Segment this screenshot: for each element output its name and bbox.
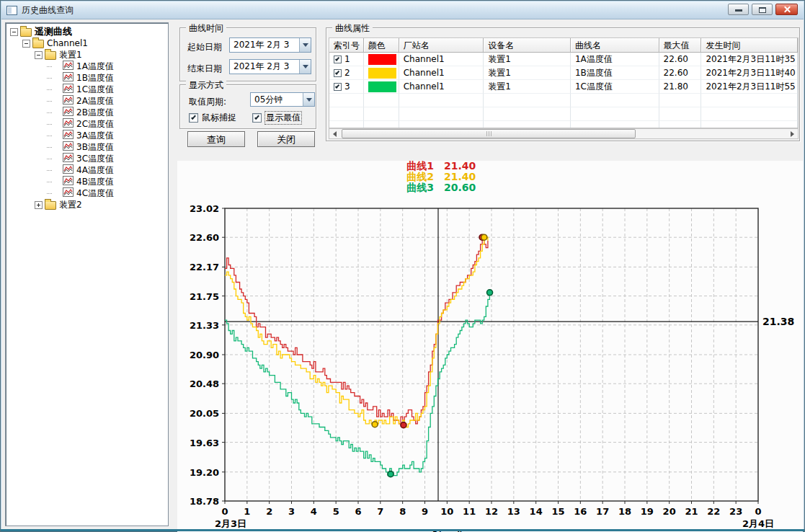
- column-header[interactable]: 发生时间: [701, 38, 798, 53]
- tree-connector: [47, 112, 52, 113]
- series-line-曲线1: [225, 237, 488, 424]
- tree-item-4B温度值[interactable]: 4B温度值: [6, 176, 168, 187]
- scrollbar-thumb[interactable]: [342, 129, 636, 138]
- time-cell: 2021年2月3日11时40: [701, 66, 798, 80]
- period-combo[interactable]: 05分钟: [250, 92, 315, 107]
- tree-item-label[interactable]: 装置2: [59, 199, 82, 211]
- tree-item-1B温度值[interactable]: 1B温度值: [6, 72, 168, 84]
- column-header[interactable]: 设备名: [484, 38, 571, 53]
- x-axis-tick-label: 0: [221, 506, 228, 517]
- table-horizontal-scrollbar[interactable]: [329, 128, 799, 139]
- tree-item-label[interactable]: Channel1: [47, 38, 88, 48]
- tree-item-label[interactable]: 1B温度值: [76, 72, 114, 84]
- curve-visible-checkbox[interactable]: [334, 83, 342, 91]
- dropdown-arrow-icon[interactable]: [299, 60, 311, 74]
- min-value-marker-曲线1: [401, 422, 406, 428]
- collapse-minus-icon[interactable]: [22, 40, 30, 48]
- tree-connector: [47, 193, 52, 194]
- tree-item-装置2[interactable]: 装置2: [6, 199, 168, 210]
- tree-item-label[interactable]: 4B温度值: [76, 176, 114, 188]
- curve-index-cell: 1: [329, 53, 364, 66]
- station-cell: Channel1: [399, 80, 484, 94]
- x-axis-tick-label: 1: [244, 506, 250, 517]
- tree-item-label[interactable]: 4C温度值: [76, 187, 114, 200]
- dropdown-arrow-icon[interactable]: [299, 38, 311, 52]
- tree-item-装置1[interactable]: 装置1: [6, 49, 168, 61]
- checkbox-box[interactable]: [252, 113, 262, 123]
- legend-name: 曲线1: [406, 161, 434, 172]
- x-axis-tick-label: 16: [574, 506, 587, 517]
- tree-item-3A温度值[interactable]: 3A温度值: [6, 130, 168, 141]
- station-cell: Channel1: [399, 53, 484, 66]
- tree-item-label[interactable]: 3C温度值: [76, 153, 114, 165]
- empty-cell: [659, 94, 702, 107]
- app-window: 历史曲线查询 遥测曲线Channel1装置11A温度值1B温度值1C温度值2A温…: [0, 0, 805, 532]
- tree-item-4A温度值[interactable]: 4A温度值: [6, 164, 168, 176]
- tree-item-3C温度值[interactable]: 3C温度值: [6, 153, 168, 164]
- collapse-minus-icon[interactable]: [10, 28, 18, 36]
- check-icon: [191, 115, 196, 120]
- query-button[interactable]: 查询: [187, 131, 245, 147]
- tree-item-4C温度值[interactable]: 4C温度值: [6, 187, 168, 199]
- curve-visible-checkbox[interactable]: [334, 69, 342, 77]
- tree-connector: [47, 66, 52, 67]
- table-empty-row: [329, 121, 798, 128]
- y-axis-tick-label: 19.63: [190, 438, 219, 448]
- tree-item-2B温度值[interactable]: 2B温度值: [6, 107, 168, 118]
- x-axis-tick-label: 10: [440, 506, 453, 517]
- end-date-combo[interactable]: 2021年 2月 3: [229, 59, 311, 74]
- empty-cell: [701, 121, 798, 128]
- tree-item-label[interactable]: 3B温度值: [76, 141, 114, 154]
- max-value-marker-曲线2: [481, 234, 487, 240]
- tree-item-label[interactable]: 1A温度值: [76, 61, 114, 73]
- tree-item-label[interactable]: 2C温度值: [76, 118, 114, 130]
- tree-item-label[interactable]: 3A温度值: [76, 130, 114, 142]
- tree-item-遥测曲线[interactable]: 遥测曲线: [6, 26, 168, 37]
- table-row[interactable]: 2Channel1装置11B温度值22.602021年2月3日11时40: [329, 66, 798, 80]
- dropdown-arrow-icon[interactable]: [303, 93, 314, 106]
- empty-cell: [571, 94, 659, 107]
- close-button[interactable]: [775, 4, 798, 15]
- column-header[interactable]: 索引号: [329, 38, 364, 53]
- show-extremes-checkbox[interactable]: 显示最值: [252, 112, 301, 124]
- tree-item-1C温度值[interactable]: 1C温度值: [6, 84, 168, 95]
- curve-icon: [63, 61, 74, 72]
- close-dialog-button[interactable]: 关闭: [257, 131, 315, 147]
- column-header[interactable]: 曲线名: [571, 38, 659, 53]
- tree-item-label[interactable]: 1C温度值: [76, 84, 114, 96]
- column-header[interactable]: 最大值: [659, 38, 702, 53]
- max-cell: 22.60: [659, 66, 702, 80]
- curve-visible-checkbox[interactable]: [334, 56, 342, 63]
- checkbox-box[interactable]: [189, 113, 198, 123]
- tree-item-label[interactable]: 装置1: [59, 49, 82, 61]
- curve-icon: [63, 107, 74, 118]
- tree-item-2A温度值[interactable]: 2A温度值: [6, 95, 168, 107]
- tree-item-Channel1[interactable]: Channel1: [6, 37, 168, 49]
- trend-chart-canvas[interactable]: 23.0222.6022.1721.7521.3320.9020.4820.05…: [177, 161, 803, 532]
- tree-connector: [47, 78, 52, 79]
- scroll-left-arrow-icon[interactable]: [329, 129, 340, 138]
- expand-plus-icon[interactable]: [35, 201, 43, 209]
- tree-item-label[interactable]: 4A温度值: [76, 164, 114, 177]
- table-row[interactable]: 1Channel1装置11A温度值22.602021年2月3日11时35: [329, 53, 798, 66]
- mouse-capture-checkbox[interactable]: 鼠标捕捉: [189, 112, 236, 124]
- series-line-曲线2: [225, 237, 488, 427]
- start-date-combo[interactable]: 2021年 2月 3: [229, 37, 311, 53]
- tree-item-label[interactable]: 遥测曲线: [35, 25, 72, 38]
- curve-time-group-title: 曲线时间: [186, 22, 226, 35]
- maximize-button[interactable]: [752, 4, 773, 15]
- tree-item-label[interactable]: 2B温度值: [76, 107, 114, 119]
- tree-item-1A温度值[interactable]: 1A温度值: [6, 61, 168, 72]
- column-header[interactable]: 颜色: [364, 38, 399, 53]
- tree-item-3B温度值[interactable]: 3B温度值: [6, 141, 168, 153]
- table-row[interactable]: 3Channel1装置11C温度值21.802021年2月3日11时55: [329, 80, 798, 94]
- mouse-capture-label: 鼠标捕捉: [202, 112, 236, 124]
- maximize-icon: [759, 7, 766, 13]
- minimize-button[interactable]: [728, 4, 749, 15]
- tree-item-label[interactable]: 2A温度值: [76, 95, 114, 107]
- y-axis-tick-label: 21.75: [190, 291, 219, 302]
- collapse-minus-icon[interactable]: [35, 51, 43, 59]
- column-header[interactable]: 厂站名: [399, 38, 484, 53]
- tree-item-2C温度值[interactable]: 2C温度值: [6, 118, 168, 130]
- scroll-right-arrow-icon[interactable]: [787, 129, 798, 138]
